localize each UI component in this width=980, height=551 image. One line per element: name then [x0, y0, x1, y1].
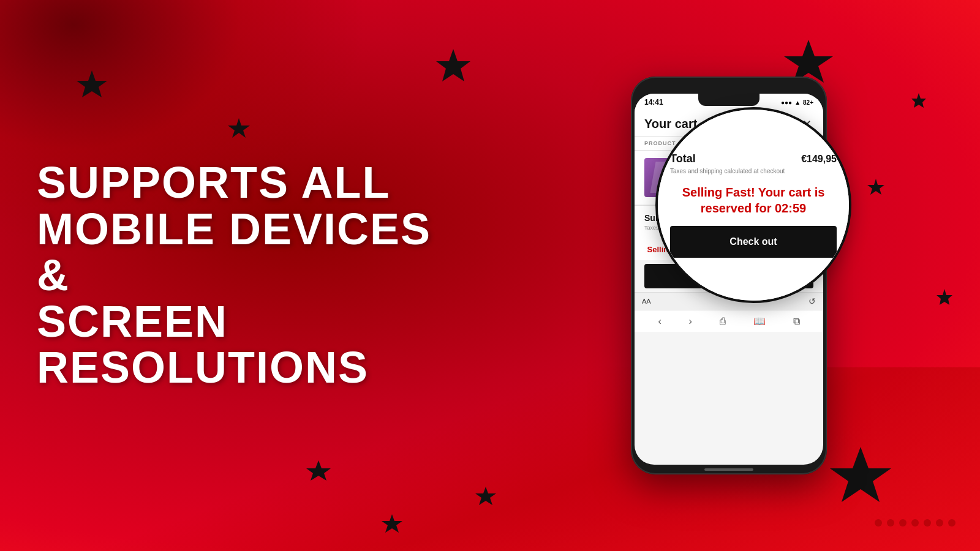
magnify-total-label: Total [670, 152, 696, 165]
headline-line2: MOBILE DEVICES & [37, 206, 466, 299]
magnify-total-price: €149,95 [801, 154, 837, 165]
magnify-tax-note: Taxes and shipping calculated at checkou… [670, 168, 837, 174]
headline-text: SUPPORTS ALL MOBILE DEVICES & SCREEN RES… [37, 160, 466, 391]
share-icon[interactable]: ⎙ [720, 316, 726, 327]
wifi-icon: ▲ [794, 99, 801, 106]
dot-5 [924, 519, 931, 527]
status-time: 14:41 [644, 98, 663, 107]
reload-icon[interactable]: ↺ [809, 296, 816, 306]
browser-url: AA [642, 298, 651, 305]
back-icon[interactable]: ‹ [658, 316, 661, 327]
magnify-circle: Total €149,95 Taxes and shipping calcula… [655, 107, 851, 303]
cart-title: Your cart [644, 117, 697, 131]
dot-7 [948, 519, 956, 527]
home-indicator [704, 468, 753, 471]
battery-icon: 82+ [803, 99, 813, 106]
forward-icon[interactable]: › [689, 316, 692, 327]
magnify-total-row: Total €149,95 [670, 152, 837, 165]
headline-line4: RESOLUTIONS [37, 345, 466, 391]
dot-3 [899, 519, 907, 527]
signal-icon: ●●● [781, 99, 792, 106]
bookmarks-icon[interactable]: 📖 [753, 315, 766, 327]
headline-line1: SUPPORTS ALL [37, 160, 466, 206]
swoosh-effect [0, 367, 980, 551]
phone-mockup: 14:41 ●●● ▲ 82+ Your cart ✕ PRODUCT TOTA… [631, 77, 827, 474]
phone-notch [698, 94, 760, 106]
browser-nav: ‹ › ⎙ 📖 ⧉ [635, 310, 823, 332]
dot-6 [936, 519, 943, 527]
col-product: PRODUCT [644, 140, 676, 146]
tabs-icon[interactable]: ⧉ [793, 316, 800, 327]
dot-4 [911, 519, 919, 527]
dots-decoration [875, 519, 956, 527]
dot-2 [887, 519, 894, 527]
status-icons: ●●● ▲ 82+ [781, 99, 813, 106]
dot-1 [875, 519, 882, 527]
headline-line3: SCREEN [37, 299, 466, 345]
magnify-selling-fast: Selling Fast! Your cart is reserved for … [670, 184, 837, 216]
magnify-checkout-button[interactable]: Check out [670, 226, 837, 258]
magnify-content: Total €149,95 Taxes and shipping calcula… [658, 110, 849, 301]
